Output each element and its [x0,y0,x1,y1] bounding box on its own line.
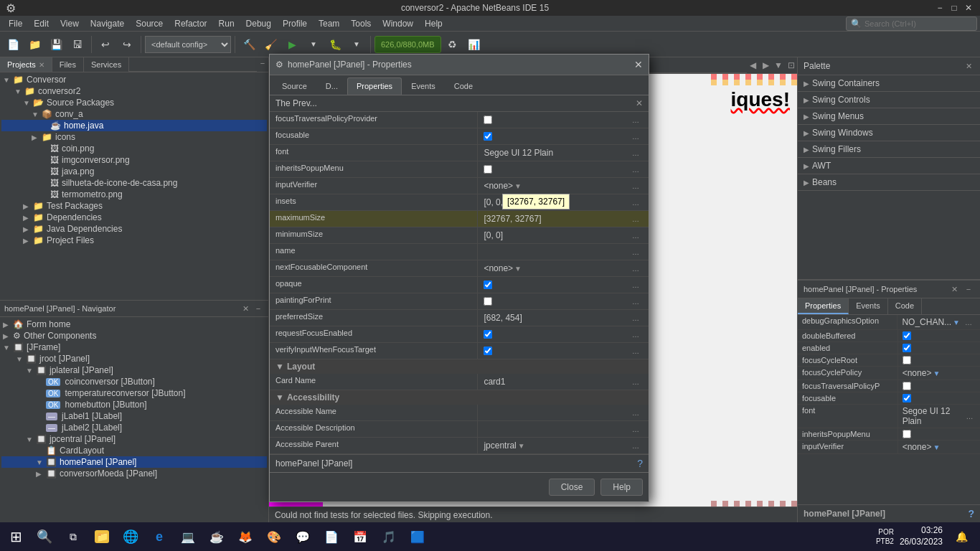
prop-value-cell: … [478,277,649,293]
dialog-tab-properties[interactable]: Properties [347,77,402,95]
dialog-section-layout[interactable]: ▼ Layout [270,359,649,374]
insets-val: [0, 0, 0, 0] [484,197,522,207]
figma-btn[interactable]: 🎨 [261,524,287,550]
dialog-row-focustravpol: focusTraversalPolicyProvider … [270,112,649,128]
taskbar-datetime: 03:26 26/03/2023 [900,525,943,547]
netbeans-btn[interactable]: ☕ [204,524,230,550]
prop-value-cell: <none> ▼ … [478,260,649,276]
prop-dots-btn[interactable]: … [628,213,643,225]
dialog-row-accessible-parent: Accessible Parent jpcentral ▼ … [270,438,649,454]
prop-value-cell: [0, 0, 0, 0] … [478,194,649,210]
prop-dots-btn[interactable]: … [628,345,643,357]
dialog-tab-code[interactable]: Code [445,77,482,95]
dialog-section-accessibility[interactable]: ▼ Accessibility [270,390,649,405]
discord-btn[interactable]: 💬 [290,524,316,550]
prop-dots-btn[interactable]: … [628,197,643,208]
prop-name-cell: Card Name [270,374,478,390]
dialog-close-btn[interactable]: Close [549,479,595,496]
dropdown-arrow-icon: ▼ [514,265,522,273]
dialog-row-minsize: minimumSize [0, 0] … [270,227,649,244]
prop-dots-btn[interactable]: … [628,263,643,274]
dialog-help-btn[interactable]: Help [600,479,643,496]
dialog-row-inputverifier: inputVerifier <none> ▼ … [270,178,649,194]
prop-value-cell: … [478,244,649,260]
prop-dots-btn[interactable]: … [628,279,643,291]
prop-name-cell: paintingForPrint [270,293,478,309]
prop-dots-btn[interactable]: … [628,296,643,307]
search-taskbar-btn[interactable]: 🔍 [32,524,57,550]
dialog-row-insets: insets [0, 0, 0, 0] … [270,194,649,211]
dialog-title: homePanel [JPanel] - Properties [288,60,634,70]
prop-value-cell: jpcentral ▼ … [478,438,649,453]
prop-dots-btn[interactable]: … [628,312,643,324]
dialog-tab-design[interactable]: D... [316,77,347,95]
prop-dots-btn[interactable]: … [628,423,643,435]
dialog-row-opaque: opaque … [270,277,649,293]
font-value-text: Segoe UI 12 Plain [484,148,553,158]
browser-btn[interactable]: 🌐 [118,524,143,550]
dialog-content: focusTraversalPolicyProvider … focusable… [270,112,649,454]
dialog-row-maxsize: maximumSize [32767, 32767] … [270,211,649,227]
prop-name-cell: Accessible Name [270,405,478,420]
dialog-tab-source[interactable]: Source [273,77,316,95]
verifyinput-cb[interactable] [484,347,492,355]
inheritspopupmenu-cb[interactable] [484,165,492,174]
dialog-component-label: homePanel [JPanel] [275,458,352,468]
dialog-close-btn[interactable]: ✕ [634,59,643,70]
extra-btn[interactable]: 🟦 [405,524,430,550]
music-btn[interactable]: 🎵 [376,524,402,550]
prop-dots-btn[interactable]: … [628,376,643,387]
prop-name-cell: opaque [270,277,478,293]
explorer-btn[interactable]: 📁 [89,524,115,550]
prop-dots-btn[interactable]: … [628,230,643,241]
dialog-collapse-btn[interactable]: ✕ [636,98,643,108]
dialog-props-table: focusTraversalPolicyProvider … focusable… [270,112,649,454]
dialog-row-inheritspopup: inheritsPopupMenu … [270,161,649,178]
prop-dots-btn[interactable]: … [628,440,643,451]
prop-value-cell: [682, 454] … [478,310,649,326]
prop-dots-btn[interactable]: … [628,147,643,159]
requestfocusenabled-cb[interactable] [484,330,492,339]
vscode-btn[interactable]: 💻 [175,524,201,550]
taskbar-left: ⊞ 🔍 ⧉ 📁 🌐 e 💻 ☕ 🦊 🎨 💬 📄 📅 🎵 🟦 [0,524,430,550]
dialog-help-icon[interactable]: ? [637,458,643,469]
prop-name-cell: font [270,145,478,161]
minsize-val: [0, 0] [484,230,503,240]
calendar-btn[interactable]: 📅 [347,524,373,550]
prop-dots-btn[interactable]: … [628,164,643,175]
focustraversalpolicyprovider-cb[interactable] [484,116,492,124]
dialog-buttons: Close Help [270,472,649,501]
files-btn[interactable]: 📄 [319,524,344,550]
dialog-row-nextfocusable: nextFocusableComponent <none> ▼ … [270,260,649,277]
prop-dots-btn[interactable]: … [628,180,643,192]
paintingforprint-cb[interactable] [484,297,492,306]
dialog-row-prefsize: preferredSize [682, 454] … [270,310,649,326]
prop-dots-btn[interactable]: … [628,246,643,258]
prop-value-cell: [32767, 32767] … [478,211,649,227]
dropdown-value: jpcentral ▼ [484,441,524,451]
start-button[interactable]: ⊞ [3,524,29,550]
prop-value-cell: … [478,128,649,144]
prop-name-cell: inheritsPopupMenu [270,161,478,177]
prop-value-cell: … [478,405,649,420]
ie-btn[interactable]: e [146,524,172,550]
opaque-cb[interactable] [484,281,492,289]
prop-name-cell: inputVerifier [270,178,478,194]
notification-btn[interactable]: 🔔 [948,524,974,550]
prop-value-cell: card1 … [478,374,649,390]
taskview-btn[interactable]: ⧉ [60,524,86,550]
dialog-tab-events[interactable]: Events [402,77,445,95]
taskbar-time-text: 03:26 [900,525,943,537]
prop-dots-btn[interactable]: … [628,329,643,340]
prop-dots-btn[interactable]: … [628,407,643,418]
maxsize-val: [32767, 32767] [484,214,541,224]
prop-dots-btn[interactable]: … [628,131,643,142]
focusable-cb[interactable] [484,132,492,141]
prop-name-cell: Accessible Parent [270,438,478,453]
dialog-row-paintingforprint: paintingForPrint … [270,293,649,310]
firefox-btn[interactable]: 🦊 [232,524,258,550]
prop-dots-btn[interactable]: … [628,114,643,126]
prop-name-cell: insets [270,194,478,210]
prop-value-cell: … [478,421,649,437]
prop-value-cell: … [478,326,649,342]
